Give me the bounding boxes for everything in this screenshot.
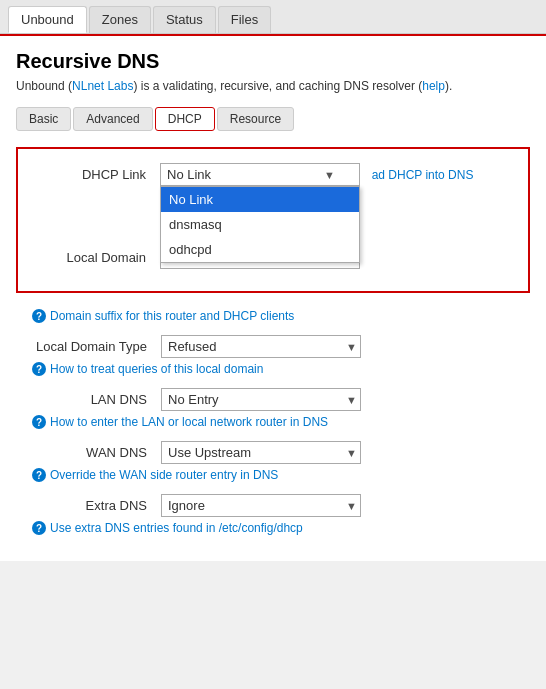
subtitle-middle: ) is a validating, recursive, and cachin…: [133, 79, 422, 93]
dhcp-link-selected[interactable]: No Link ▼: [160, 163, 360, 186]
lan-dns-label: LAN DNS: [16, 392, 161, 407]
tab-unbound[interactable]: Unbound: [8, 6, 87, 33]
help-link[interactable]: help: [422, 79, 445, 93]
dhcp-link-selected-value: No Link: [167, 167, 211, 182]
page-title: Recursive DNS: [16, 50, 530, 73]
dhcp-link-options: No Link dnsmasq odhcpd: [160, 186, 360, 263]
local-domain-type-select[interactable]: Refused: [161, 335, 361, 358]
dhcp-link-label: DHCP Link: [30, 163, 160, 182]
top-navigation: Unbound Zones Status Files: [0, 0, 546, 34]
dhcp-link-note: ad DHCP into DNS: [372, 168, 474, 182]
tab-files[interactable]: Files: [218, 6, 271, 33]
extra-dns-help-text: Use extra DNS entries found in /etc/conf…: [50, 521, 303, 535]
tab-basic[interactable]: Basic: [16, 107, 71, 131]
local-domain-label: Local Domain: [30, 246, 160, 265]
wan-dns-help-text: Override the WAN side router entry in DN…: [50, 468, 278, 482]
sub-navigation: Basic Advanced DHCP Resource: [16, 107, 530, 131]
help-icon: ?: [32, 468, 46, 482]
local-domain-type-help-text: How to treat queries of this local domai…: [50, 362, 263, 376]
help-icon: ?: [32, 309, 46, 323]
dhcp-form-section: DHCP Link No Link ▼ No Link dnsmasq odhc…: [16, 147, 530, 293]
extra-dns-row: Extra DNS Ignore ▼: [16, 494, 530, 517]
extra-dns-help: ? Use extra DNS entries found in /etc/co…: [16, 521, 530, 535]
tab-zones[interactable]: Zones: [89, 6, 151, 33]
wan-dns-label: WAN DNS: [16, 445, 161, 460]
chevron-down-icon: ▼: [324, 169, 335, 181]
help-icon: ?: [32, 362, 46, 376]
dhcp-link-row: DHCP Link No Link ▼ No Link dnsmasq odhc…: [30, 163, 516, 186]
page-content: Recursive DNS Unbound (NLnet Labs) is a …: [0, 34, 546, 561]
lan-dns-help: ? How to enter the LAN or local network …: [16, 415, 530, 429]
help-icon: ?: [32, 415, 46, 429]
local-domain-type-row: Local Domain Type Refused ▼: [16, 335, 530, 358]
wan-dns-help: ? Override the WAN side router entry in …: [16, 468, 530, 482]
subtitle-prefix: Unbound (: [16, 79, 72, 93]
local-domain-type-select-wrapper: Refused ▼: [161, 335, 361, 358]
domain-suffix-help: ? Domain suffix for this router and DHCP…: [16, 309, 530, 323]
tab-dhcp[interactable]: DHCP: [155, 107, 215, 131]
dhcp-option-odhcpd[interactable]: odhcpd: [161, 237, 359, 262]
tab-status[interactable]: Status: [153, 6, 216, 33]
nlnet-link[interactable]: NLnet Labs: [72, 79, 133, 93]
wan-dns-select[interactable]: Use Upstream: [161, 441, 361, 464]
lan-dns-select[interactable]: No Entry: [161, 388, 361, 411]
dhcp-option-nolink[interactable]: No Link: [161, 187, 359, 212]
wan-dns-row: WAN DNS Use Upstream ▼: [16, 441, 530, 464]
extra-dns-label: Extra DNS: [16, 498, 161, 513]
domain-suffix-help-text: Domain suffix for this router and DHCP c…: [50, 309, 294, 323]
lan-dns-help-text: How to enter the LAN or local network ro…: [50, 415, 328, 429]
extra-dns-select-wrapper: Ignore ▼: [161, 494, 361, 517]
help-icon: ?: [32, 521, 46, 535]
page-subtitle: Unbound (NLnet Labs) is a validating, re…: [16, 79, 530, 93]
lan-dns-select-wrapper: No Entry ▼: [161, 388, 361, 411]
tab-advanced[interactable]: Advanced: [73, 107, 152, 131]
extra-dns-select[interactable]: Ignore: [161, 494, 361, 517]
subtitle-suffix: ).: [445, 79, 452, 93]
local-domain-type-help: ? How to treat queries of this local dom…: [16, 362, 530, 376]
tab-resource[interactable]: Resource: [217, 107, 294, 131]
wan-dns-select-wrapper: Use Upstream ▼: [161, 441, 361, 464]
dhcp-link-control: No Link ▼ No Link dnsmasq odhcpd ad DHCP…: [160, 163, 516, 186]
lan-dns-row: LAN DNS No Entry ▼: [16, 388, 530, 411]
dhcp-link-dropdown[interactable]: No Link ▼ No Link dnsmasq odhcpd: [160, 163, 360, 186]
dhcp-option-dnsmasq[interactable]: dnsmasq: [161, 212, 359, 237]
local-domain-type-label: Local Domain Type: [16, 339, 161, 354]
